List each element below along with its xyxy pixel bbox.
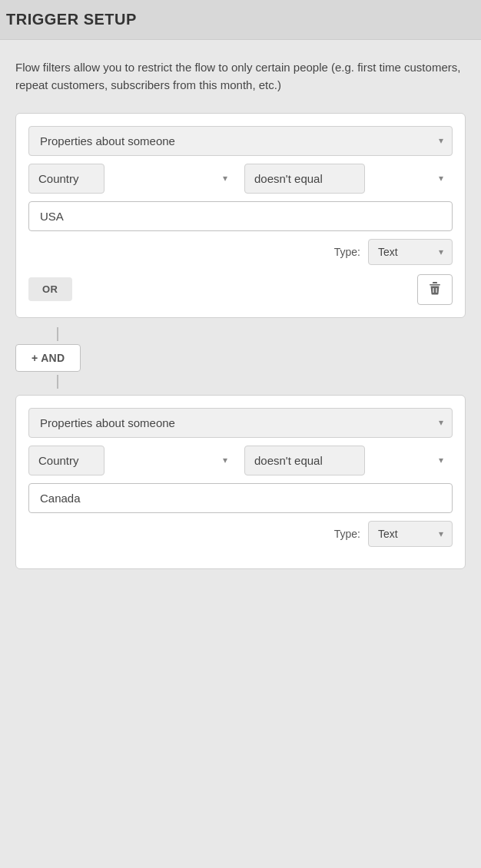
condition-dropdown-1-container: Country ▾: [28, 164, 237, 194]
page-title: TRIGGER SETUP: [6, 11, 137, 28]
type-label-1: Type:: [334, 246, 360, 258]
type-select-2-container: Text Number Boolean Date ▾: [368, 521, 453, 547]
condition-dropdown-2-container: Country ▾: [28, 446, 237, 475]
condition-dropdown-2-chevron: ▾: [223, 455, 227, 465]
properties-dropdown-2-wrapper: Properties about someone ▾: [28, 408, 453, 438]
operator-dropdown-2-container: doesn't equal equals contains does not c…: [244, 446, 453, 475]
and-area: + AND: [15, 327, 466, 389]
header: TRIGGER SETUP: [0, 0, 481, 40]
condition-dropdown-2[interactable]: Country: [28, 446, 104, 475]
filter-group-1: Properties about someone ▾ Country ▾ doe…: [15, 113, 466, 318]
condition-row-2: Country ▾ doesn't equal equals contains …: [28, 446, 453, 475]
operator-dropdown-2-chevron: ▾: [439, 455, 443, 465]
description-text: Flow filters allow you to restrict the f…: [15, 58, 466, 94]
value-input-2[interactable]: [28, 483, 453, 513]
operator-dropdown-1[interactable]: doesn't equal equals contains does not c…: [244, 164, 365, 194]
delete-filter-1-button[interactable]: [417, 274, 453, 305]
operator-dropdown-2[interactable]: doesn't equal equals contains does not c…: [244, 446, 365, 475]
properties-dropdown-1[interactable]: Properties about someone: [28, 126, 453, 156]
properties-dropdown-1-container: Properties about someone ▾: [28, 126, 453, 156]
properties-dropdown-2[interactable]: Properties about someone: [28, 408, 453, 438]
connector-line-bottom: [57, 375, 58, 389]
connector-line-top: [57, 327, 58, 341]
or-button-1[interactable]: OR: [28, 277, 72, 301]
type-label-2: Type:: [334, 528, 360, 540]
condition-dropdown-1-chevron: ▾: [223, 173, 227, 184]
condition-row-1: Country ▾ doesn't equal equals contains …: [28, 164, 453, 194]
operator-dropdown-1-chevron: ▾: [439, 173, 443, 184]
value-input-1[interactable]: [28, 201, 453, 231]
properties-dropdown-2-container: Properties about someone ▾: [28, 408, 453, 438]
condition-dropdown-1[interactable]: Country: [28, 164, 104, 194]
main-content: Flow filters allow you to restrict the f…: [0, 40, 481, 594]
type-select-1-container: Text Number Boolean Date ▾: [368, 239, 453, 265]
action-row-1: OR: [28, 274, 453, 305]
type-select-1[interactable]: Text Number Boolean Date: [368, 239, 453, 265]
type-select-2[interactable]: Text Number Boolean Date: [368, 521, 453, 547]
svg-rect-0: [430, 284, 440, 286]
properties-dropdown-1-wrapper: Properties about someone ▾: [28, 126, 453, 156]
type-row-1: Type: Text Number Boolean Date ▾: [28, 239, 453, 265]
operator-dropdown-1-container: doesn't equal equals contains does not c…: [244, 164, 453, 194]
filter-group-2: Properties about someone ▾ Country ▾ doe…: [15, 395, 466, 569]
and-button[interactable]: + AND: [15, 344, 81, 372]
trash-icon-1: [429, 281, 441, 298]
type-row-2: Type: Text Number Boolean Date ▾: [28, 521, 453, 547]
